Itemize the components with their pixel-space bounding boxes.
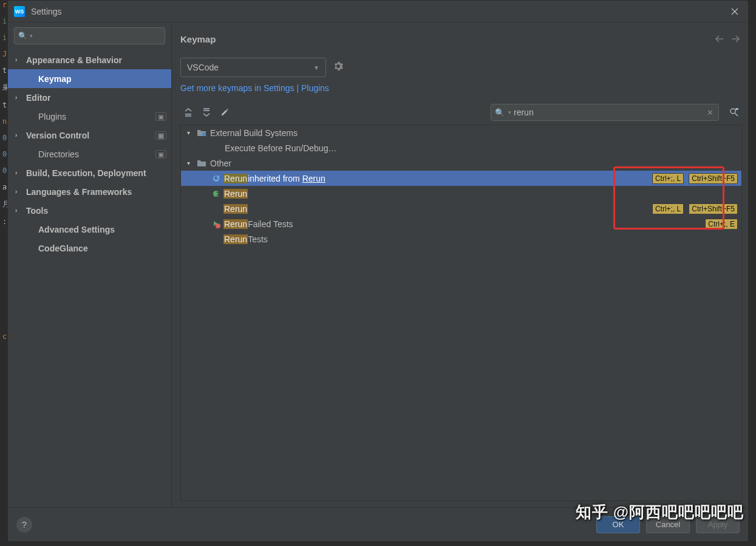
sidebar-item[interactable]: Directories▣ bbox=[8, 145, 171, 163]
tree-action[interactable]: Execute Before Run/Debug… bbox=[181, 140, 741, 155]
tree-action[interactable]: Rerun bbox=[181, 186, 741, 201]
back-icon[interactable] bbox=[713, 32, 726, 46]
sidebar-item[interactable]: ›Languages & Frameworks bbox=[8, 182, 171, 201]
project-badge-icon: ▣ bbox=[155, 150, 166, 159]
rerun-green-icon bbox=[211, 189, 221, 199]
svg-point-3 bbox=[216, 224, 220, 228]
sidebar-search[interactable]: 🔍 ▾ bbox=[14, 27, 165, 44]
shortcut-badge: Ctrl+;, L bbox=[652, 173, 684, 184]
sidebar-item[interactable]: CodeGlance bbox=[8, 239, 171, 258]
chevron-right-icon: › bbox=[15, 188, 24, 195]
chevron-right-icon: › bbox=[15, 56, 24, 63]
tree-action[interactable]: Rerun Tests bbox=[181, 231, 741, 247]
collapse-all-icon[interactable] bbox=[199, 104, 214, 120]
ok-button[interactable]: OK bbox=[596, 516, 640, 533]
chevron-right-icon: › bbox=[15, 94, 24, 101]
action-highlight: Rerun bbox=[223, 174, 248, 183]
edit-icon[interactable] bbox=[217, 104, 233, 120]
get-keymaps-link[interactable]: Get more keymaps in Settings | Plugins bbox=[180, 83, 742, 93]
rerun-fail-icon bbox=[211, 219, 221, 229]
sidebar-item-label: Plugins bbox=[38, 112, 66, 121]
sidebar-item-label: Advanced Settings bbox=[38, 225, 115, 234]
sidebar-item-label: Directories bbox=[38, 149, 79, 159]
chevron-down-icon: ▼ bbox=[313, 64, 319, 71]
app-icon: WS bbox=[14, 6, 25, 17]
shortcut-badge: Ctrl+;, L bbox=[652, 203, 684, 214]
blank-icon bbox=[211, 234, 221, 244]
action-search[interactable]: 🔍 ▾ ✕ bbox=[491, 104, 719, 121]
shortcut-group: Ctrl+;, LCtrl+Shift+F5 bbox=[652, 173, 738, 184]
cancel-button[interactable]: Cancel bbox=[646, 516, 690, 533]
tree-action[interactable]: RerunCtrl+;, LCtrl+Shift+F5 bbox=[181, 201, 741, 216]
shortcut-group: Ctrl+;, LCtrl+Shift+F5 bbox=[652, 203, 738, 214]
action-tree[interactable]: ▾ External Build Systems Execute Before … bbox=[180, 125, 742, 501]
search-icon: 🔍 bbox=[495, 108, 505, 117]
chevron-right-icon: › bbox=[15, 169, 24, 176]
sidebar-item-label: Languages & Frameworks bbox=[26, 187, 132, 197]
collapse-icon[interactable]: ▾ bbox=[187, 129, 197, 136]
sidebar-item[interactable]: ›Appearance & Behavior bbox=[8, 50, 171, 69]
gear-icon[interactable] bbox=[333, 61, 343, 73]
forward-icon[interactable] bbox=[729, 32, 742, 46]
action-highlight: Rerun bbox=[223, 204, 248, 214]
search-icon: 🔍 bbox=[18, 32, 27, 40]
chevron-right-icon: › bbox=[15, 207, 24, 214]
action-inherited: inherited from Rerun bbox=[248, 174, 325, 183]
action-label: Execute Before Run/Debug… bbox=[225, 143, 336, 153]
folder-icon bbox=[197, 129, 206, 137]
sidebar-item[interactable]: Advanced Settings bbox=[8, 220, 171, 239]
sidebar-item[interactable]: ›Tools bbox=[8, 201, 171, 220]
keymap-select[interactable]: VSCode ▼ bbox=[180, 58, 326, 77]
sidebar-item[interactable]: Plugins▣ bbox=[8, 107, 171, 126]
shortcut-badge: Ctrl+;, E bbox=[705, 219, 738, 230]
titlebar: WS Settings bbox=[8, 1, 748, 22]
sidebar-item-label: CodeGlance bbox=[38, 244, 88, 253]
tree-action[interactable]: Rerun Failed TestsCtrl+;, E bbox=[181, 216, 741, 231]
action-suffix: Failed Tests bbox=[248, 219, 293, 229]
settings-dialog: WS Settings 🔍 ▾ ›Appearance & BehaviorKe… bbox=[7, 0, 749, 542]
apply-button[interactable]: Apply bbox=[696, 516, 740, 533]
project-badge-icon: ▣ bbox=[155, 131, 166, 140]
settings-sidebar: 🔍 ▾ ›Appearance & BehaviorKeymap›EditorP… bbox=[8, 22, 172, 507]
shortcut-badge: Ctrl+Shift+F5 bbox=[689, 203, 738, 214]
sidebar-item-label: Editor bbox=[26, 93, 50, 103]
tree-action[interactable]: Rerun inherited from RerunCtrl+;, LCtrl+… bbox=[181, 171, 741, 186]
folder-icon bbox=[197, 159, 206, 168]
find-shortcut-icon[interactable] bbox=[726, 104, 742, 120]
dialog-footer: ? OK Cancel Apply bbox=[8, 507, 748, 541]
chevron-right-icon: › bbox=[15, 132, 24, 138]
sidebar-item-label: Appearance & Behavior bbox=[26, 55, 122, 65]
sidebar-search-input[interactable] bbox=[34, 32, 161, 41]
expand-all-icon[interactable] bbox=[180, 104, 196, 120]
action-highlight: Rerun bbox=[223, 234, 248, 244]
page-title: Keymap bbox=[180, 34, 710, 44]
sidebar-item[interactable]: Keymap bbox=[8, 69, 171, 88]
svg-point-2 bbox=[202, 132, 206, 136]
tree-group[interactable]: ▾ Other bbox=[181, 155, 741, 171]
sidebar-item-label: Build, Execution, Deployment bbox=[26, 168, 146, 178]
action-suffix: Tests bbox=[248, 234, 268, 244]
tree-group[interactable]: ▾ External Build Systems bbox=[181, 125, 741, 140]
sidebar-item[interactable]: ›Build, Execution, Deployment bbox=[8, 163, 171, 182]
keymap-selected-value: VSCode bbox=[187, 63, 219, 72]
project-badge-icon: ▣ bbox=[155, 112, 166, 121]
blank-icon bbox=[211, 204, 221, 214]
action-highlight: Rerun bbox=[223, 219, 248, 229]
sidebar-item[interactable]: ›Editor bbox=[8, 88, 171, 107]
shortcut-badge: Ctrl+Shift+F5 bbox=[689, 173, 738, 184]
action-highlight: Rerun bbox=[223, 189, 248, 199]
clear-icon[interactable]: ✕ bbox=[706, 108, 715, 117]
sidebar-item-label: Keymap bbox=[38, 74, 71, 84]
action-search-input[interactable] bbox=[514, 107, 706, 117]
main-panel: Keymap VSCode ▼ Get more keymaps in Sett… bbox=[172, 22, 748, 507]
sidebar-item[interactable]: ›Version Control▣ bbox=[8, 126, 171, 145]
refresh-icon bbox=[211, 174, 221, 183]
collapse-icon[interactable]: ▾ bbox=[187, 160, 197, 166]
help-icon[interactable]: ? bbox=[16, 517, 32, 533]
svg-rect-1 bbox=[735, 108, 738, 110]
close-icon[interactable] bbox=[727, 4, 742, 19]
sidebar-item-label: Tools bbox=[26, 206, 48, 216]
chevron-down-icon: ▾ bbox=[30, 33, 33, 39]
group-label: Other bbox=[210, 159, 231, 168]
window-title: Settings bbox=[31, 7, 727, 16]
